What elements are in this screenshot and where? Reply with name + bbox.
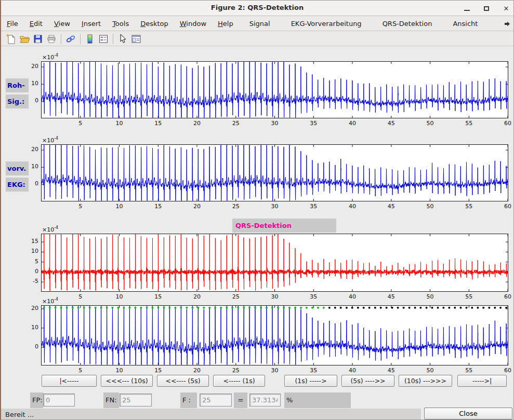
menu-item-help[interactable]: Help bbox=[212, 18, 239, 30]
close-window-button[interactable]: ✕ bbox=[502, 4, 510, 12]
new-document-icon[interactable] bbox=[4, 33, 18, 45]
y-axis-exponent: ×10-4 bbox=[42, 297, 58, 305]
menu-item-tools[interactable]: Tools bbox=[107, 18, 135, 30]
link-plot-icon[interactable] bbox=[64, 33, 77, 45]
x-tick-label: 35 bbox=[306, 293, 321, 300]
detected-beat-marker bbox=[106, 307, 108, 309]
nav-button-6[interactable]: (10s) --->>> bbox=[399, 375, 452, 387]
menu-item-file[interactable]: File bbox=[1, 18, 24, 30]
minimize-button[interactable] bbox=[463, 4, 471, 12]
missed-beat-marker bbox=[426, 307, 428, 309]
toolbar-separator bbox=[113, 34, 113, 44]
print-icon[interactable] bbox=[45, 33, 58, 45]
menu-item-view[interactable]: View bbox=[48, 18, 76, 30]
x-tick-label: 35 bbox=[306, 120, 321, 127]
missed-beat-marker bbox=[488, 307, 490, 309]
insert-colorbar-icon[interactable] bbox=[83, 33, 97, 45]
missed-beat-marker bbox=[374, 307, 376, 309]
qrs-filtered-trace bbox=[42, 234, 508, 291]
f-input[interactable] bbox=[200, 394, 232, 407]
nav-button-4[interactable]: (1s) -----> bbox=[284, 375, 337, 387]
x-tick-label: 60 bbox=[500, 367, 514, 374]
plot-side-label-ekg: EKG: bbox=[6, 178, 29, 192]
missed-beat-marker bbox=[397, 307, 399, 309]
minimize-icon bbox=[464, 10, 470, 11]
missed-beat-marker bbox=[437, 307, 439, 309]
plot-axes-qrs_detektion[interactable] bbox=[41, 234, 508, 292]
missed-beat-marker bbox=[431, 307, 433, 309]
edit-plot-pointer-icon[interactable] bbox=[116, 33, 129, 45]
figure-canvas: QRS-Detektion FP: FN: F : = % |<-----<<<… bbox=[1, 47, 513, 409]
close-button[interactable]: Close bbox=[424, 408, 512, 419]
x-tick-label: 50 bbox=[423, 293, 438, 300]
menu-item-insert[interactable]: Insert bbox=[76, 18, 107, 30]
y-tick-label: 10 bbox=[20, 248, 38, 254]
x-tick-label: 35 bbox=[306, 203, 321, 210]
missed-beat-marker bbox=[460, 307, 462, 309]
detected-beat-marker bbox=[203, 307, 205, 309]
detected-beat-marker bbox=[43, 307, 45, 309]
nav-button-2[interactable]: <<---- (5s) bbox=[157, 375, 209, 387]
detected-beat-marker bbox=[260, 307, 262, 309]
fp-input[interactable] bbox=[43, 394, 75, 407]
missed-beat-marker bbox=[448, 307, 450, 309]
plot-side-label-sig: Sig.: bbox=[6, 94, 29, 109]
x-tick-label: 50 bbox=[423, 203, 438, 210]
detected-beat-marker bbox=[226, 307, 228, 309]
plot-axes-roh_sig[interactable] bbox=[41, 61, 508, 118]
menu-item-edit[interactable]: Edit bbox=[24, 18, 48, 30]
x-tick-label: 55 bbox=[461, 203, 477, 210]
menu-item-ekg-vorverarbeitung[interactable]: EKG-Vorverarbeitung bbox=[281, 18, 372, 30]
missed-beat-marker bbox=[357, 307, 359, 309]
nav-button-3[interactable]: <----- (1s) bbox=[213, 375, 265, 387]
plot-axes-vorv_ekg[interactable] bbox=[41, 144, 508, 201]
nav-button-7[interactable]: ----->| bbox=[457, 375, 507, 387]
x-tick-label: 55 bbox=[461, 120, 477, 127]
detected-beat-marker bbox=[277, 307, 279, 309]
fn-input[interactable] bbox=[120, 394, 152, 407]
detected-beat-marker bbox=[271, 307, 273, 309]
x-tick-label: 40 bbox=[345, 120, 360, 127]
nav-button-5[interactable]: (5s) ---->> bbox=[341, 375, 394, 387]
nav-button-0[interactable]: |<----- bbox=[42, 375, 97, 387]
menu-item-signal[interactable]: Signal bbox=[239, 18, 281, 30]
x-tick-label: 25 bbox=[228, 293, 244, 300]
detected-beat-marker bbox=[197, 307, 199, 309]
maximize-button[interactable] bbox=[482, 4, 491, 12]
x-tick-label: 35 bbox=[306, 367, 321, 374]
missed-beat-marker bbox=[419, 307, 421, 309]
x-tick-label: 25 bbox=[228, 367, 244, 374]
x-tick-label: 5 bbox=[73, 367, 88, 374]
menu-item-window[interactable]: Window bbox=[174, 18, 212, 30]
x-tick-label: 30 bbox=[267, 120, 283, 127]
menu-item-desktop[interactable]: Desktop bbox=[135, 18, 174, 30]
y-tick-label: 20 bbox=[20, 146, 38, 153]
open-folder-icon[interactable] bbox=[18, 33, 31, 45]
y-tick-label: 20 bbox=[20, 305, 38, 311]
detected-beat-marker bbox=[168, 307, 170, 309]
x-tick-label: 10 bbox=[112, 203, 127, 210]
menu-overflow-icon[interactable] bbox=[504, 21, 510, 27]
result-input[interactable] bbox=[249, 394, 281, 407]
detected-beat-marker bbox=[134, 307, 136, 309]
detected-beat-marker bbox=[146, 307, 148, 309]
x-tick-label: 15 bbox=[150, 293, 166, 300]
save-icon[interactable] bbox=[31, 33, 45, 45]
insert-legend-icon[interactable] bbox=[97, 33, 110, 45]
nav-button-1[interactable]: <<<--- (10s) bbox=[101, 375, 153, 387]
titlebar[interactable]: Figure 2: QRS-Detektion ✕ bbox=[1, 1, 513, 16]
detected-beat-marker bbox=[323, 307, 325, 309]
detected-beat-marker bbox=[89, 307, 91, 309]
menu-item-ansicht[interactable]: Ansicht bbox=[442, 18, 488, 30]
x-tick-label: 10 bbox=[112, 293, 127, 300]
detected-beat-marker bbox=[163, 307, 165, 309]
property-editor-icon[interactable] bbox=[129, 33, 143, 45]
missed-beat-marker bbox=[466, 307, 468, 309]
qrs-detektion-plot-title: QRS-Detektion bbox=[232, 219, 336, 233]
x-tick-label: 20 bbox=[189, 120, 205, 127]
percent-label: % bbox=[284, 392, 351, 408]
detected-beat-marker bbox=[231, 307, 233, 309]
plot-axes-detektion_ergebnis[interactable] bbox=[41, 305, 508, 365]
menu-item-qrs-detektion[interactable]: QRS-Detektion bbox=[372, 18, 443, 30]
x-tick-label: 45 bbox=[384, 293, 399, 300]
